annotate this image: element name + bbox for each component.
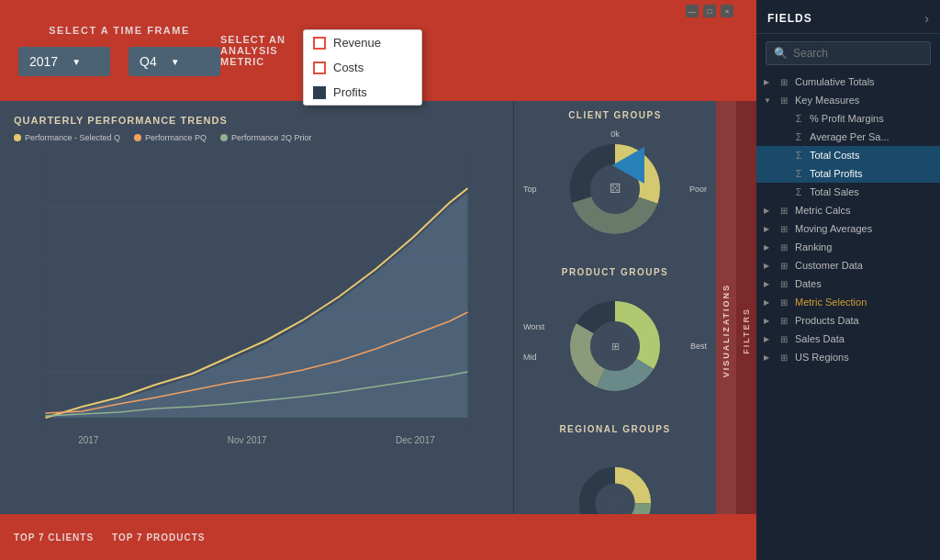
profits-checkbox xyxy=(313,86,326,99)
fields-panel: FIELDS › 🔍 ▶ ⊞ Cumulative Totals ▼ ⊞ Key… xyxy=(756,0,940,560)
expand-arrow-key-measures: ▼ xyxy=(764,96,773,105)
svg-text:⊞: ⊞ xyxy=(611,341,620,352)
client-label-top: 0k xyxy=(610,129,620,139)
expand-arrow-customer: ▶ xyxy=(764,262,773,270)
date-labels: 2017 Nov 2017 Dec 2017 xyxy=(14,435,499,445)
product-groups: PRODUCT GROUPS Worst Mid Best ⊞ xyxy=(523,267,707,406)
expand-arrow-metric-selection: ▶ xyxy=(764,298,773,307)
search-box: 🔍 xyxy=(766,41,931,65)
expand-arrow-ranking: ▶ xyxy=(764,243,773,252)
metric-revenue[interactable]: Revenue xyxy=(304,30,421,55)
visualizations-tab[interactable]: VISUALIZATIONS xyxy=(716,101,736,560)
year-dropdown-arrow: ▼ xyxy=(72,57,81,67)
panel-collapse-arrow[interactable]: › xyxy=(924,11,929,26)
line-chart-svg xyxy=(14,151,499,427)
timeframe-label: SELECT A TIME FRAME xyxy=(49,25,190,36)
client-label-left: Top xyxy=(523,185,537,194)
tree-subitem-total-profits[interactable]: Σ Total Profits xyxy=(756,164,940,183)
metric-popup: Revenue Costs Profits xyxy=(303,29,422,106)
tree-item-cumulative-totals[interactable]: ▶ ⊞ Cumulative Totals xyxy=(756,73,940,91)
bottom-item-clients: TOP 7 CLIENTS xyxy=(14,532,94,543)
top-bar: SELECT A TIME FRAME 2017 ▼ Q4 ▼ SELECT A… xyxy=(0,0,756,101)
label-total-sales: Total Sales xyxy=(810,186,933,197)
metric-costs[interactable]: Costs xyxy=(304,55,421,80)
fields-tree: ▶ ⊞ Cumulative Totals ▼ ⊞ Key Measures Σ… xyxy=(756,73,940,560)
label-total-costs: Total Costs xyxy=(810,150,933,161)
table-icon-sales: ⊞ xyxy=(777,334,791,344)
chart-legend: Performance - Selected Q Performance PQ … xyxy=(14,133,499,142)
year-dropdown[interactable]: 2017 ▼ xyxy=(18,47,110,76)
metric-profits[interactable]: Profits xyxy=(304,80,421,105)
metric-section: SELECT AN ANALYSIS METRIC Revenue Costs xyxy=(220,34,285,67)
product-label-best: Best xyxy=(690,342,707,351)
label-metric-selection: Metric Selection xyxy=(795,297,933,308)
tree-item-products-data[interactable]: ▶ ⊞ Products Data xyxy=(756,311,940,330)
quarterly-title: QUARTERLY PERFORMANCE TRENDS xyxy=(14,115,499,126)
table-icon-key-measures: ⊞ xyxy=(777,95,791,106)
product-donut-svg: ⊞ xyxy=(569,300,661,392)
tree-subitem-total-costs[interactable]: Σ Total Costs xyxy=(756,146,940,164)
expand-arrow-metric-calcs: ▶ xyxy=(764,207,773,215)
measure-icon-total-sales: Σ xyxy=(791,187,806,197)
product-donut: Worst Mid Best ⊞ xyxy=(523,286,707,406)
tree-item-customer-data[interactable]: ▶ ⊞ Customer Data xyxy=(756,256,940,274)
expand-arrow-us-regions: ▶ xyxy=(764,353,773,362)
tree-item-ranking[interactable]: ▶ ⊞ Ranking xyxy=(756,238,940,256)
table-icon-products: ⊞ xyxy=(777,316,791,326)
main-content: SELECT A TIME FRAME 2017 ▼ Q4 ▼ SELECT A… xyxy=(0,0,756,560)
product-label-worst: Worst xyxy=(523,322,544,331)
time-frame-section: SELECT A TIME FRAME 2017 ▼ Q4 ▼ xyxy=(18,25,220,76)
revenue-checkbox xyxy=(313,37,326,50)
tree-item-metric-selection[interactable]: ▶ ⊞ Metric Selection xyxy=(756,293,940,311)
quarter-dropdown[interactable]: Q4 ▼ xyxy=(129,47,220,76)
table-icon-ranking: ⊞ xyxy=(777,242,791,252)
app-container: SELECT A TIME FRAME 2017 ▼ Q4 ▼ SELECT A… xyxy=(0,0,940,560)
filters-tab[interactable]: FILTERS xyxy=(736,101,756,560)
tree-item-sales-data[interactable]: ▶ ⊞ Sales Data xyxy=(756,330,940,348)
legend-item-selected: Performance - Selected Q xyxy=(14,133,120,142)
bottom-strip: TOP 7 CLIENTS TOP 7 PRODUCTS xyxy=(0,514,756,560)
tree-item-dates[interactable]: ▶ ⊞ Dates xyxy=(756,274,940,293)
tree-subitem-total-sales[interactable]: Σ Total Sales xyxy=(756,183,940,201)
tree-item-metric-calcs[interactable]: ▶ ⊞ Metric Calcs xyxy=(756,201,940,219)
blue-arrow-indicator xyxy=(594,142,649,192)
label-total-profits: Total Profits xyxy=(810,168,933,179)
viz-tab-label: VISUALIZATIONS xyxy=(722,284,731,377)
tree-item-moving-averages[interactable]: ▶ ⊞ Moving Averages xyxy=(756,219,940,238)
tree-item-key-measures[interactable]: ▼ ⊞ Key Measures xyxy=(756,91,940,109)
fields-header: FIELDS › xyxy=(756,0,940,34)
label-profit-margins: % Profit Margins xyxy=(810,113,933,124)
search-input[interactable] xyxy=(793,47,931,60)
label-products-data: Products Data xyxy=(795,315,933,326)
client-label-right: Poor xyxy=(689,185,707,194)
label-customer-data: Customer Data xyxy=(795,260,933,271)
label-us-regions: US Regions xyxy=(795,352,933,363)
measure-icon-total-costs: Σ xyxy=(791,151,806,161)
client-groups-title: CLIENT GROUPS xyxy=(523,110,707,120)
window-chrome: — □ × xyxy=(686,5,733,17)
label-sales-data: Sales Data xyxy=(795,333,933,344)
quarter-dropdown-arrow: ▼ xyxy=(171,57,180,67)
chrome-minimize[interactable]: — xyxy=(686,5,699,17)
product-groups-title: PRODUCT GROUPS xyxy=(523,267,707,277)
legend-dot-selected xyxy=(14,134,21,141)
expand-arrow-moving-averages: ▶ xyxy=(764,225,773,233)
label-key-measures: Key Measures xyxy=(795,95,933,106)
chrome-maximize[interactable]: □ xyxy=(703,5,716,17)
label-dates: Dates xyxy=(795,278,933,289)
tree-subitem-profit-margins[interactable]: Σ % Profit Margins xyxy=(756,109,940,128)
table-icon-us-regions: ⊞ xyxy=(777,353,791,363)
legend-dot-2q xyxy=(220,134,228,141)
table-icon-dates: ⊞ xyxy=(777,279,791,289)
table-icon-metric-selection: ⊞ xyxy=(777,297,791,308)
chrome-close[interactable]: × xyxy=(721,5,733,17)
label-cumulative-totals: Cumulative Totals xyxy=(795,76,933,87)
tree-item-us-regions[interactable]: ▶ ⊞ US Regions xyxy=(756,348,940,366)
measure-icon-profit-margins: Σ xyxy=(791,114,806,124)
tree-subitem-average-per-sa[interactable]: Σ Average Per Sa... xyxy=(756,128,940,146)
filters-tab-label: FILTERS xyxy=(742,308,751,354)
svg-point-20 xyxy=(604,492,626,514)
label-ranking: Ranking xyxy=(795,241,933,252)
quarterly-chart: QUARTERLY PERFORMANCE TRENDS Performance… xyxy=(0,101,514,560)
legend-dot-pq xyxy=(134,134,141,141)
